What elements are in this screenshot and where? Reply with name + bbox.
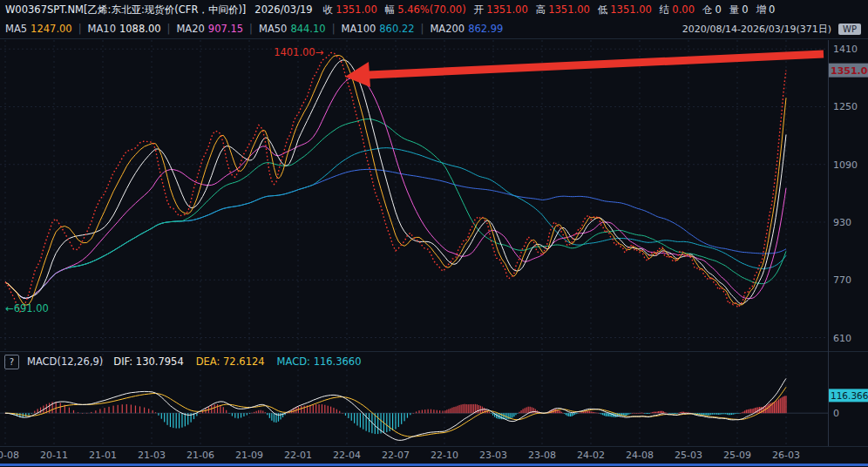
macd-histogram-bar <box>672 413 673 414</box>
macd-histogram-bar <box>661 411 662 413</box>
macd-histogram-bar <box>725 413 726 414</box>
macd-histogram-bar <box>25 413 26 416</box>
ma-value: 860.22 <box>379 23 414 35</box>
macd-histogram-bar <box>718 413 719 415</box>
macd-histogram-bar <box>226 410 227 413</box>
macd-histogram-bar <box>561 412 562 413</box>
macd-histogram-bar <box>636 413 637 414</box>
macd-histogram-bar <box>256 411 257 413</box>
ma-label: MA200 <box>430 23 465 35</box>
macd-histogram-bar <box>638 413 639 414</box>
macd-histogram-bar <box>731 413 732 415</box>
macd-histogram-bar <box>776 401 776 413</box>
macd-histogram-bar <box>654 412 655 414</box>
macd-histogram-bar <box>729 413 730 415</box>
macd-histogram-bar <box>200 413 200 414</box>
macd-histogram-bar <box>401 413 402 424</box>
macd-histogram-bar <box>673 413 674 414</box>
macd-histogram-bar <box>675 413 676 414</box>
macd-histogram-bar <box>510 413 511 418</box>
macd-indicator-name[interactable]: MACD(12,26,9) <box>27 355 103 368</box>
macd-histogram-bar <box>82 413 83 414</box>
timeline-scrollbar[interactable] <box>0 464 868 466</box>
macd-histogram-bar <box>322 404 322 413</box>
macd-histogram-bar <box>118 405 119 413</box>
macd-histogram-bar <box>643 413 644 414</box>
instrument-title[interactable]: W00367SPT.NM[乙烯:东北亚:现货价(CFR，中间价)] <box>5 3 246 17</box>
ma-label: MA5 <box>5 23 27 35</box>
macd-histogram-bar <box>580 412 581 413</box>
x-axis-label: 24-02 <box>577 450 605 461</box>
dea-number: 72.6124 <box>223 355 265 368</box>
x-axis-label: 21-01 <box>89 450 117 461</box>
macd-histogram-bar <box>607 413 607 416</box>
arrow-annotation-shaft <box>369 54 824 75</box>
macd-histogram-bar <box>632 413 633 414</box>
quote-field-value: 1351.00 <box>610 3 652 16</box>
y-axis-label: 770 <box>833 274 851 286</box>
macd-histogram-bar <box>461 404 462 413</box>
y-axis-label: 610 <box>833 333 851 344</box>
x-axis-label: 23-08 <box>528 450 556 461</box>
macd-histogram-bar <box>712 413 713 414</box>
macd-histogram-bar <box>166 413 167 425</box>
macd-histogram-bar <box>675 413 675 414</box>
macd-histogram-bar <box>562 413 563 414</box>
macd-histogram-bar <box>450 409 451 413</box>
macd-histogram-bar <box>649 413 650 414</box>
ma-label: MA10 <box>88 23 116 35</box>
macd-histogram-bar <box>122 404 123 413</box>
last-price-badge-text: 1351.00 <box>831 65 868 77</box>
macd-histogram-bar <box>336 409 337 413</box>
macd-histogram-bar <box>512 413 512 417</box>
macd-histogram-bar <box>360 413 361 427</box>
macd-histogram-bar <box>176 413 177 428</box>
macd-histogram-bar <box>304 406 305 414</box>
macd-histogram-bar <box>354 413 355 423</box>
macd-histogram-bar <box>742 412 743 413</box>
x-axis-label: 21-09 <box>235 450 263 461</box>
help-icon[interactable]: ? <box>4 355 19 369</box>
macd-histogram-bar <box>574 413 575 415</box>
macd-histogram-bar <box>598 413 599 414</box>
macd-histogram-bar <box>648 413 648 414</box>
quote-field-value: 5.46%(70.00) <box>397 3 465 16</box>
x-axis-label: 20-08 <box>0 450 19 461</box>
y-axis-label: 1410 <box>833 44 858 55</box>
macd-histogram-bar <box>95 410 96 413</box>
macd-histogram-bar <box>737 413 738 414</box>
macd-histogram-bar <box>428 409 429 414</box>
macd-histogram-bar <box>148 409 149 413</box>
macd-label: MACD: <box>277 355 310 368</box>
chart-canvas[interactable]: 1410125010909307706100116.366020-0820-11… <box>0 0 868 467</box>
macd-histogram-bar <box>465 404 465 413</box>
macd-histogram-bar <box>768 404 769 413</box>
macd-histogram-bar <box>333 408 334 413</box>
x-axis-label: 24-08 <box>626 450 654 461</box>
macd-histogram-bar <box>687 412 688 413</box>
wp-badge[interactable]: WP <box>838 24 861 35</box>
low-annotation: ←691.00 <box>5 302 49 315</box>
macd-histogram-bar <box>520 410 521 413</box>
macd-histogram-bar <box>223 407 224 413</box>
ma-legend-items: MA51247.00|MA101088.00|MA20907.15|MA5084… <box>5 23 503 35</box>
macd-histogram-bar <box>781 397 782 413</box>
macd-histogram-bar <box>185 413 186 426</box>
macd-histogram-bar <box>671 413 672 414</box>
x-axis-label: 20-11 <box>40 450 68 461</box>
macd-histogram-bar <box>738 413 739 414</box>
macd-histogram-bar <box>451 408 452 413</box>
macd-histogram-bar <box>431 409 431 413</box>
macd-histogram-bar <box>684 412 685 413</box>
macd-histogram-bar <box>647 413 648 414</box>
macd-histogram-bar <box>73 410 74 413</box>
macd-histogram-bar <box>375 413 376 434</box>
macd-histogram-bar <box>573 413 573 416</box>
macd-histogram-bar <box>28 413 29 416</box>
macd-histogram-bar <box>315 404 316 413</box>
macd-histogram-bar <box>641 413 641 414</box>
macd-histogram-bar <box>602 413 603 415</box>
quote-field-label: 低 <box>598 3 608 17</box>
macd-histogram-bar <box>238 413 239 418</box>
macd-histogram-bar <box>506 413 507 419</box>
